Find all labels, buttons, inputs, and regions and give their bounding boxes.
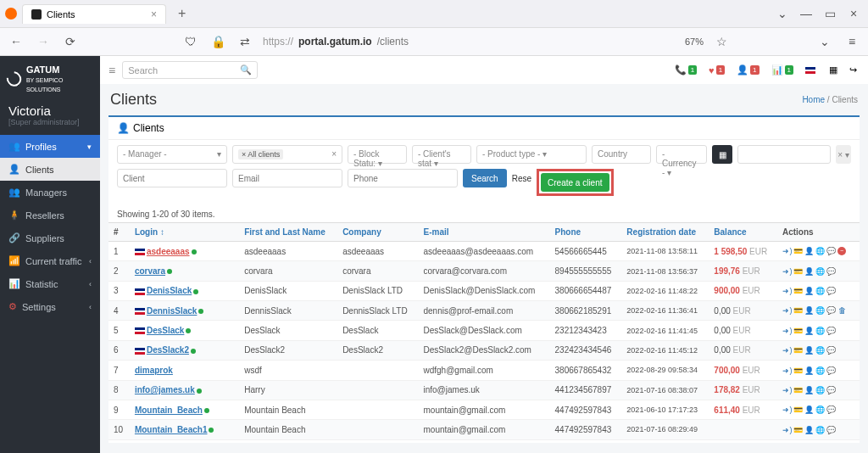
login-link[interactable]: DennisSlack <box>147 306 197 316</box>
action-login-icon[interactable]: ➜) <box>782 425 793 435</box>
action-login-icon[interactable]: ➜) <box>782 366 793 376</box>
sidebar-item-current-traffic[interactable]: 📶Current traffic‹ <box>0 249 100 272</box>
action-chat-icon[interactable]: 💬 <box>826 385 837 395</box>
filter-client-input[interactable] <box>117 169 227 187</box>
col-name[interactable]: First and Last Name <box>239 223 337 242</box>
action-chat-icon[interactable]: 💬 <box>826 405 837 415</box>
grid-icon[interactable]: ▦ <box>826 64 840 76</box>
login-link[interactable]: DenisSlack <box>147 286 192 295</box>
action-card-icon[interactable]: 💳 <box>793 286 804 296</box>
notif-user[interactable]: 👤1 <box>734 64 761 76</box>
global-search[interactable]: Search🔍 <box>122 61 258 79</box>
sidebar-item-resellers[interactable]: 🧍Resellers <box>0 204 100 226</box>
action-chat-icon[interactable]: 💬 <box>826 305 837 316</box>
action-chat-icon[interactable]: 💬 <box>826 246 837 256</box>
action-card-icon[interactable]: 💳 <box>793 425 804 435</box>
menu-icon[interactable]: ≡ <box>843 35 861 48</box>
zoom-level[interactable]: 67% <box>685 36 704 47</box>
action-login-icon[interactable]: ➜) <box>782 345 793 355</box>
col-email[interactable]: E-mail <box>419 223 550 242</box>
action-chat-icon[interactable]: 💬 <box>826 366 837 376</box>
action-login-icon[interactable]: ➜) <box>782 326 793 336</box>
bookmark-icon[interactable]: ☆ <box>712 35 731 48</box>
action-card-icon[interactable]: 💳 <box>793 305 804 316</box>
login-link[interactable]: DesSlack <box>147 326 184 335</box>
filter-date[interactable] <box>737 145 831 164</box>
pocket-icon[interactable]: ⌄ <box>815 35 834 48</box>
filter-product-type[interactable]: - Product type - ▾ <box>476 145 587 164</box>
action-card-icon[interactable]: 💳 <box>793 405 804 415</box>
action-login-icon[interactable]: ➜) <box>782 266 793 277</box>
window-minimize-icon[interactable]: — <box>797 7 815 20</box>
filter-all-clients[interactable]: × All clients × <box>232 145 342 164</box>
action-globe-icon[interactable]: 🌐 <box>815 266 826 277</box>
action-card-icon[interactable]: 💳 <box>793 385 804 395</box>
col-company[interactable]: Company <box>337 223 418 242</box>
action-user-icon[interactable]: 👤 <box>804 286 815 296</box>
notif-heart[interactable]: ♥1 <box>706 65 727 76</box>
hamburger-icon[interactable]: ≡ <box>108 64 115 77</box>
action-globe-icon[interactable]: 🌐 <box>815 286 826 296</box>
create-client-button[interactable]: Create a client <box>541 173 609 192</box>
action-login-icon[interactable]: ➜) <box>782 305 793 316</box>
crumb-home[interactable]: Home <box>802 95 825 104</box>
action-login-icon[interactable]: ➜) <box>782 385 793 395</box>
back-button[interactable]: ← <box>7 35 25 48</box>
action-card-icon[interactable]: 💳 <box>793 266 804 277</box>
action-delete-icon[interactable]: − <box>837 247 846 255</box>
calendar-icon[interactable]: ▦ <box>712 145 732 164</box>
action-chat-icon[interactable]: 💬 <box>826 286 837 296</box>
refresh-button[interactable]: ⟳ <box>61 35 80 48</box>
address-bar[interactable]: https://portal.gatum.io/clients <box>263 36 676 48</box>
col-balance[interactable]: Balance <box>709 223 777 242</box>
login-link[interactable]: info@james.uk <box>135 385 195 394</box>
action-user-icon[interactable]: 👤 <box>804 405 815 415</box>
action-user-icon[interactable]: 👤 <box>804 305 815 316</box>
login-link[interactable]: Mountain_Beach1 <box>135 425 208 434</box>
action-globe-icon[interactable]: 🌐 <box>815 326 826 336</box>
permissions-icon[interactable]: ⇄ <box>236 35 254 48</box>
action-user-icon[interactable]: 👤 <box>804 345 815 355</box>
login-link[interactable]: corvara <box>135 266 165 276</box>
logout-icon[interactable]: ↪ <box>847 64 860 76</box>
sidebar-item-profiles[interactable]: 👥Profiles▾ <box>0 135 100 158</box>
action-trash-icon[interactable]: 🗑 <box>837 305 848 316</box>
action-globe-icon[interactable]: 🌐 <box>815 405 826 415</box>
filter-email-input[interactable] <box>232 169 342 187</box>
notif-phone[interactable]: 📞1 <box>672 64 699 76</box>
action-globe-icon[interactable]: 🌐 <box>815 425 826 435</box>
notif-chart[interactable]: 📊1 <box>769 64 796 76</box>
action-card-icon[interactable]: 💳 <box>793 345 804 355</box>
chevron-down-icon[interactable]: ⌄ <box>773 7 792 20</box>
action-login-icon[interactable]: ➜) <box>782 246 793 256</box>
window-restore-icon[interactable]: ▭ <box>821 7 839 20</box>
action-user-icon[interactable]: 👤 <box>804 366 815 376</box>
action-chat-icon[interactable]: 💬 <box>826 345 837 355</box>
sidebar-item-suppliers[interactable]: 🔗Suppliers <box>0 226 100 249</box>
action-login-icon[interactable]: ➜) <box>782 405 793 415</box>
login-link[interactable]: dimaprok <box>135 366 173 375</box>
col-phone[interactable]: Phone <box>550 223 622 242</box>
action-user-icon[interactable]: 👤 <box>804 326 815 336</box>
clear-date-icon[interactable]: × ▾ <box>836 145 851 164</box>
close-tab-icon[interactable]: × <box>151 8 157 20</box>
col-reg[interactable]: Registration date <box>621 223 709 242</box>
action-chat-icon[interactable]: 💬 <box>826 326 837 336</box>
window-close-icon[interactable]: × <box>844 7 863 20</box>
browser-tab[interactable]: Clients × <box>22 4 166 24</box>
action-login-icon[interactable]: ➜) <box>782 286 793 296</box>
login-link[interactable]: DesSlack2 <box>147 345 189 355</box>
action-globe-icon[interactable]: 🌐 <box>815 305 826 316</box>
sidebar-item-clients[interactable]: 👤Clients <box>0 158 100 181</box>
action-user-icon[interactable]: 👤 <box>804 385 815 395</box>
action-chat-icon[interactable]: 💬 <box>826 425 837 435</box>
forward-button[interactable]: → <box>34 35 53 48</box>
action-card-icon[interactable]: 💳 <box>793 366 804 376</box>
action-globe-icon[interactable]: 🌐 <box>815 345 826 355</box>
new-tab-button[interactable]: + <box>171 4 192 23</box>
filter-country[interactable]: Country <box>592 145 651 164</box>
lang-flag[interactable] <box>803 67 820 74</box>
action-user-icon[interactable]: 👤 <box>804 425 815 435</box>
filter-block-status[interactable]: - Block Statu: ▾ <box>348 145 407 164</box>
filter-client-stat[interactable]: - Client's stat ▾ <box>412 145 471 164</box>
